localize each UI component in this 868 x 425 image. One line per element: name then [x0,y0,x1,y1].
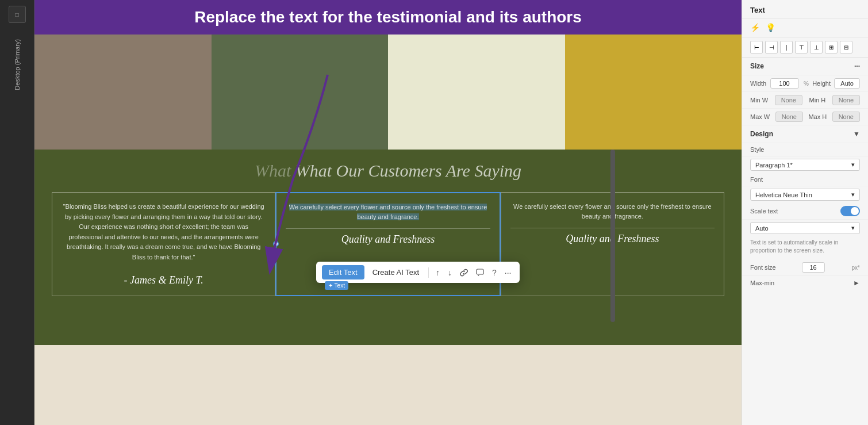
max-min-arrow-icon[interactable]: ► [853,279,860,287]
align-right-btn[interactable]: | [780,41,793,53]
lightning-icon[interactable]: ⚡ [750,23,760,32]
author-text-1: - James & Emily T. [62,274,266,286]
scale-text-label: Scale text [750,208,778,215]
scale-text-row: Scale text [742,203,868,220]
text-badge-label: ✦ Text [328,282,345,289]
floating-toolbar: Edit Text Create AI Text ↑ ↓ ? ··· [316,262,520,283]
font-label-row: Font [742,173,868,186]
width-unit: % [804,81,809,87]
left-sidebar: □ Desktop (Primary) [0,0,34,425]
section-title-main: What Our Customers Are Saying [295,161,521,180]
svg-rect-0 [477,269,483,274]
toolbar-comment-button[interactable] [474,266,486,279]
style-value: Paragraph 1* [755,162,793,169]
style-row: Style [742,143,868,156]
photo-2 [212,35,389,150]
width-label: Width [750,80,766,87]
distribute-h-btn[interactable]: ⊟ [840,41,852,53]
panel-header: Text [742,0,868,18]
font-size-label: Font size [750,264,776,271]
size-label: Size [750,62,764,70]
comment-icon [476,269,484,277]
design-chevron[interactable]: ▼ [853,130,860,138]
canvas-area: What What Our Customers Are Saying "Bloo… [34,35,742,425]
photo-1 [34,35,212,150]
scroll-indicator[interactable] [610,150,615,322]
font-dropdown[interactable]: Helvetica Neue Thin ▾ [750,189,860,201]
min-w-label: Min W [750,97,768,104]
design-label: Design [750,130,773,138]
min-h-value[interactable]: None [832,95,860,105]
style-dropdown[interactable]: Paragraph 1* ▾ [750,159,860,171]
resize-handle[interactable] [273,241,279,247]
text-badge: ✦ Text [325,281,348,290]
font-value: Helvetica Neue Thin [755,192,812,198]
photo-strip [34,35,742,150]
font-label: Font [750,176,763,183]
height-value[interactable]: Auto [834,78,860,89]
quote-text-1: "Blooming Bliss helped us create a beaut… [62,202,266,263]
scale-description: Text is set to automatically scale in pr… [742,236,868,259]
align-center-h-btn[interactable]: ⊣ [765,41,778,53]
min-h-label: Min H [809,97,825,104]
max-w-value[interactable]: None [775,112,803,122]
scale-text-toggle[interactable] [840,206,860,216]
align-row: ⊢ ⊣ | ⊤ ⊥ ⊞ ⊟ [742,37,868,58]
align-top-btn[interactable]: ⊤ [795,41,808,53]
bulb-icon[interactable]: 💡 [766,23,775,32]
height-label: Height [812,80,831,87]
style-chevron-icon: ▾ [851,161,855,169]
min-w-value[interactable]: None [775,95,802,105]
max-min-label: Max-min [750,279,774,286]
photo-4 [565,35,742,150]
width-height-row: Width 100 % Height Auto [742,75,868,92]
toolbar-help-button[interactable]: ? [490,266,499,279]
panel-icons-row: ⚡ 💡 [742,18,868,37]
align-middle-btn[interactable]: ⊥ [810,41,823,53]
size-section-header: Size ··· [742,58,868,75]
desktop-icon: □ [15,12,18,18]
align-left-left-btn[interactable]: ⊢ [750,41,763,53]
desktop-icon-box[interactable]: □ [9,6,26,23]
photo-3 [388,35,565,150]
link-icon [460,269,468,277]
toolbar-more-button[interactable]: ··· [502,266,514,279]
font-size-unit: px* [852,265,860,271]
max-min-row: Max-min ► [742,275,868,290]
toolbar-divider-1 [428,267,429,278]
design-section-header: Design ▼ [742,125,868,143]
max-wh-row: Max W None Max H None [742,109,868,125]
max-h-value[interactable]: None [832,112,860,122]
right-panel: Text ⚡ 💡 ⊢ ⊣ | ⊤ ⊥ ⊞ ⊟ Size ··· Width 10… [742,0,868,425]
testimonial-section: What What Our Customers Are Saying "Bloo… [34,150,742,345]
testimonial-card-1[interactable]: "Blooming Bliss helped us create a beaut… [52,192,275,296]
font-chevron-icon: ▾ [851,191,855,198]
toolbar-link-button[interactable] [458,266,470,279]
min-wh-row: Min W None Min H None [742,92,868,109]
edit-text-button[interactable]: Edit Text [322,265,364,279]
section-title-partial: What [255,161,295,180]
max-w-label: Max W [750,113,770,120]
font-size-value[interactable]: 16 [802,262,825,273]
font-size-row: Font size 16 px* [742,259,868,275]
width-value[interactable]: 100 [770,78,799,89]
scale-auto-chevron: ▾ [851,224,855,232]
instruction-banner: Replace the text for the testimonial and… [34,0,742,35]
card-body-2: We carefully select every flower and sou… [286,202,490,221]
card-title-2: Quality and Freshness [286,228,490,250]
max-h-label: Max H [808,113,827,120]
section-title: What What Our Customers Are Saying [52,161,724,181]
style-label: Style [750,146,764,153]
scale-auto-value: Auto [755,225,769,232]
scale-auto-dropdown[interactable]: Auto ▾ [750,222,860,234]
main-area: Replace the text for the testimonial and… [34,0,742,425]
banner-text: Replace the text for the testimonial and… [48,8,728,26]
create-ai-button[interactable]: Create AI Text [368,265,424,279]
size-more-icon[interactable]: ··· [854,62,860,70]
toolbar-up-button[interactable]: ↑ [433,266,442,279]
selected-text-2: We carefully select every flower and sou… [289,204,487,220]
sidebar-label: Desktop (Primary) [14,39,21,90]
toolbar-down-button[interactable]: ↓ [445,266,454,279]
panel-title: Text [750,6,765,14]
align-bottom-btn[interactable]: ⊞ [825,41,838,53]
